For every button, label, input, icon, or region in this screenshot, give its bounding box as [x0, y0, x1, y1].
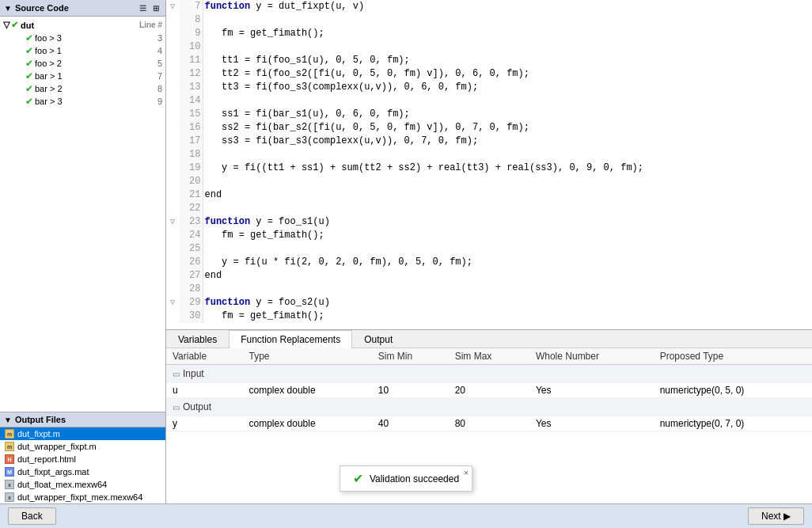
- linenum-20: 20: [179, 175, 203, 188]
- output-section-cell: ▭ Output: [166, 398, 812, 416]
- tab-variables[interactable]: Variables: [166, 330, 229, 348]
- bottom-panel: Variables Function Replacements Output V…: [166, 329, 812, 503]
- output-section-label: Output: [183, 401, 211, 412]
- check-icon-bar1: ✔: [25, 70, 33, 82]
- tab-output[interactable]: Output: [352, 330, 404, 348]
- source-tree: ▽ ✔ dut Line # ✔ foo > 3 3 ✔ foo > 1 4 ✔: [0, 17, 165, 412]
- bar2-linenum: 8: [157, 84, 162, 93]
- output-collapse-icon[interactable]: ▭: [173, 403, 180, 412]
- code-line-24: 24 fm = get_fimath();: [166, 229, 812, 242]
- dut-report-html-label: dut_report.html: [17, 454, 76, 464]
- check-icon-foo2: ✔: [25, 58, 33, 69]
- fold-21: [166, 188, 179, 202]
- output-file-dut-wrapper-fixpt-m[interactable]: m dut_wrapper_fixpt.m: [0, 440, 165, 453]
- check-icon-bar2: ✔: [25, 83, 33, 94]
- fold-23[interactable]: ▽: [166, 215, 179, 229]
- list-icon[interactable]: ☰: [137, 2, 148, 13]
- source-code-header: ▼ Source Code ☰ ⊞: [0, 0, 165, 17]
- code-14: [203, 94, 812, 108]
- variables-table: Variable Type Sim Min Sim Max Whole Numb…: [166, 348, 812, 431]
- code-23: function y = foo_s1(u): [203, 215, 812, 229]
- table-header-row: Variable Type Sim Min Sim Max Whole Numb…: [166, 348, 812, 365]
- code-line-22: 22: [166, 202, 812, 215]
- output-file-dut-float-mex[interactable]: x dut_float_mex.mexw64: [0, 478, 165, 491]
- linenum-22: 22: [179, 202, 203, 215]
- input-section-header: ▭ Input: [173, 367, 806, 381]
- y-type: complex double: [243, 416, 372, 431]
- tree-item-bar2[interactable]: ✔ bar > 2 8: [0, 82, 165, 95]
- triangle-icon: ▼: [4, 4, 12, 13]
- col-header-sim-min: Sim Min: [372, 348, 449, 365]
- code-27: end: [203, 269, 812, 283]
- tree-item-foo3[interactable]: ✔ foo > 3 3: [0, 32, 165, 44]
- code-line-28: 28: [166, 283, 812, 296]
- linenum-8: 8: [179, 13, 203, 27]
- back-button[interactable]: Back: [8, 507, 56, 525]
- check-icon-foo1: ✔: [25, 45, 33, 56]
- input-collapse-icon[interactable]: ▭: [173, 370, 180, 378]
- fold-12: [166, 67, 179, 81]
- output-arrow-icon: ▼: [4, 416, 12, 424]
- foo3-label: foo > 3: [35, 33, 154, 43]
- output-file-dut-wrapper-fixpt-mex[interactable]: x dut_wrapper_fixpt_mex.mexw64: [0, 491, 165, 503]
- code-line-29: ▽ 29 function y = foo_s2(u): [166, 296, 812, 310]
- code-line-20: 20: [166, 175, 812, 188]
- code-9: fm = get_fimath();: [203, 27, 812, 40]
- col-header-proposed-type: Proposed Type: [654, 348, 812, 365]
- linenum-12: 12: [179, 67, 203, 81]
- validation-message: Validation succeeded: [370, 473, 459, 484]
- fold-22: [166, 202, 179, 215]
- tree-item-foo1[interactable]: ✔ foo > 1 4: [0, 44, 165, 57]
- code-7: function y = dut_fixpt(u, v): [203, 0, 812, 13]
- validation-close-button[interactable]: ×: [464, 468, 469, 477]
- linenum-18: 18: [179, 148, 203, 161]
- grid-icon[interactable]: ⊞: [150, 2, 161, 13]
- linenum-25: 25: [179, 242, 203, 256]
- output-file-dut-fixpt-m[interactable]: m dut_fixpt.m: [0, 427, 165, 440]
- code-15: ss1 = fi(bar_s1(u), 0, 6, 0, fm);: [203, 108, 812, 121]
- input-section-row: ▭ Input: [166, 365, 812, 383]
- mex-file-icon: x: [5, 480, 14, 489]
- code-16: ss2 = fi(bar_s2([fi(u, 0, 5, 0, fm) v]),…: [203, 121, 812, 135]
- linenum-24: 24: [179, 229, 203, 242]
- tree-item-bar3[interactable]: ✔ bar > 3 9: [0, 95, 165, 108]
- code-13: tt3 = fi(foo_s3(complexx(u,v)), 0, 6, 0,…: [203, 81, 812, 94]
- code-line-27: 27 end: [166, 269, 812, 283]
- tree-item-foo2[interactable]: ✔ foo > 2 5: [0, 57, 165, 70]
- fold-16: [166, 121, 179, 135]
- dut-float-mex-label: dut_float_mex.mexw64: [17, 480, 107, 489]
- fold-14: [166, 94, 179, 108]
- mat-file-icon: M: [5, 467, 14, 477]
- output-section-header: ▭ Output: [173, 400, 806, 414]
- code-line-15: 15 ss1 = fi(bar_s1(u), 0, 6, 0, fm);: [166, 108, 812, 121]
- dut-wrapper-fixpt-mex-label: dut_wrapper_fixpt_mex.mexw64: [17, 492, 142, 502]
- next-button[interactable]: Next ▶: [748, 507, 804, 525]
- fold-24: [166, 229, 179, 242]
- html-file-icon: H: [5, 454, 14, 464]
- fold-7[interactable]: ▽: [166, 0, 179, 13]
- code-line-8: 8: [166, 13, 812, 27]
- m-file-icon-2: m: [5, 442, 14, 451]
- left-panel: ▼ Source Code ☰ ⊞ ▽ ✔ dut Line # ✔ foo >…: [0, 0, 166, 503]
- foo2-linenum: 5: [157, 59, 162, 68]
- validation-popup: × ✔ Validation succeeded: [340, 465, 472, 492]
- code-editor[interactable]: ▽ 7 function y = dut_fixpt(u, v) 8 9 fm …: [166, 0, 812, 329]
- y-proposed-type: numerictype(0, 7, 0): [654, 416, 812, 431]
- tab-bar: Variables Function Replacements Output: [166, 330, 812, 348]
- output-file-dut-report-html[interactable]: H dut_report.html: [0, 453, 165, 465]
- tree-item-bar1[interactable]: ✔ bar > 1 7: [0, 70, 165, 82]
- table-row-y: y complex double 40 80 Yes numerictype(0…: [166, 416, 812, 431]
- code-line-7: ▽ 7 function y = dut_fixpt(u, v): [166, 0, 812, 13]
- tree-root-dut[interactable]: ▽ ✔ dut Line #: [0, 18, 165, 32]
- fold-29[interactable]: ▽: [166, 296, 179, 310]
- fold-17: [166, 135, 179, 148]
- code-line-23: ▽ 23 function y = foo_s1(u): [166, 215, 812, 229]
- dut-wrapper-fixpt-m-label: dut_wrapper_fixpt.m: [17, 442, 97, 451]
- linenum-27: 27: [179, 269, 203, 283]
- code-line-9: 9 fm = get_fimath();: [166, 27, 812, 40]
- linenum-13: 13: [179, 81, 203, 94]
- output-file-dut-fixpt-args-mat[interactable]: M dut_fixpt_args.mat: [0, 465, 165, 478]
- tab-function-replacements[interactable]: Function Replacements: [229, 330, 352, 348]
- u-sim-min: 10: [372, 383, 449, 398]
- code-line-13: 13 tt3 = fi(foo_s3(complexx(u,v)), 0, 6,…: [166, 81, 812, 94]
